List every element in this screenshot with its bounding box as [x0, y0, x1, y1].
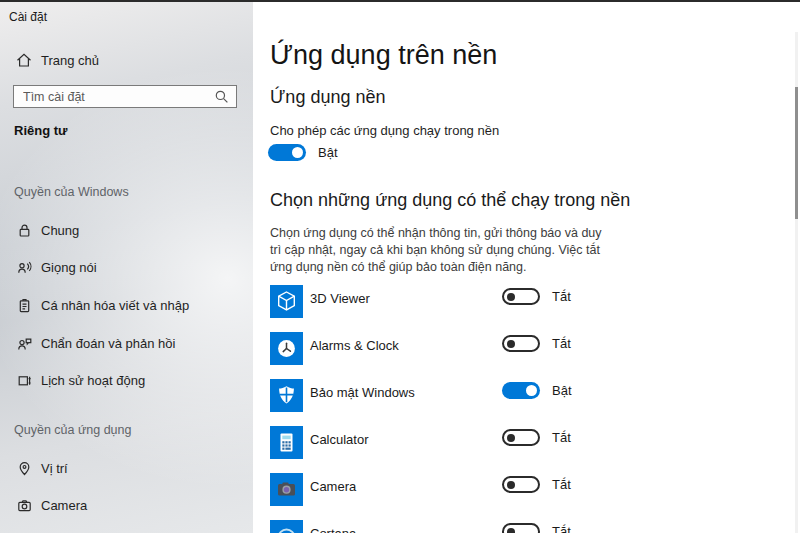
sidebar-item-home[interactable]: Trang chủ [0, 47, 253, 73]
sidebar-item-speech[interactable]: Giọng nói [0, 254, 253, 280]
home-icon [15, 51, 33, 69]
sidebar-item-label: Chẩn đoán và phản hồi [41, 336, 175, 351]
app-toggle[interactable] [502, 476, 540, 493]
windows-security-icon [270, 379, 303, 412]
sidebar-item-label: Chung [41, 223, 79, 238]
sidebar-item-label: Lịch sử hoạt động [41, 373, 145, 388]
app-name: Calculator [310, 432, 369, 447]
allow-background-apps-label: Cho phép các ứng dụng chạy trong nền [270, 123, 499, 138]
sidebar-item-location[interactable]: Vị trí [0, 455, 253, 481]
location-icon [15, 459, 33, 477]
app-row: Bảo mật Windows Bật [270, 379, 790, 426]
app-name: Cortana [310, 526, 356, 533]
allow-background-apps-toggle[interactable] [268, 144, 306, 161]
search-box[interactable] [13, 85, 237, 108]
app-toggle-state: Bật [552, 383, 572, 398]
app-toggle[interactable] [502, 335, 540, 352]
app-toggle[interactable] [502, 382, 540, 399]
app-row: Alarms & Clock Tắt [270, 332, 790, 379]
feedback-icon [15, 334, 33, 352]
app-toggle[interactable] [502, 288, 540, 305]
sidebar-item-label: Camera [41, 498, 87, 513]
choose-apps-description: Chọn ứng dụng có thể nhận thông tin, gửi… [270, 225, 612, 276]
sidebar-section-header-windows-permissions: Quyền của Windows [14, 185, 129, 199]
app-toggle-state: Tắt [552, 430, 571, 445]
app-list: 3D Viewer Tắt Alarms & Clock [270, 285, 790, 533]
app-row: 3D Viewer Tắt [270, 285, 790, 332]
sidebar-item-label: Trang chủ [41, 53, 99, 68]
app-toggle[interactable] [502, 429, 540, 446]
camera-icon [15, 496, 33, 514]
app-name: Alarms & Clock [310, 338, 399, 353]
calculator-icon [270, 426, 303, 459]
inking-icon [15, 296, 33, 314]
app-name: Camera [310, 479, 356, 494]
settings-window: Cài đặt Trang chủ Riêng tư Quyền của Win… [0, 0, 800, 533]
speech-icon [15, 258, 33, 276]
sidebar-item-camera[interactable]: Camera [0, 492, 253, 518]
main-content: Ứng dụng trên nền Ứng dụng nền Cho phép … [253, 4, 800, 533]
app-name: Bảo mật Windows [310, 385, 415, 400]
lock-icon [15, 221, 33, 239]
activity-history-icon [15, 371, 33, 389]
camera-app-icon [270, 473, 303, 506]
sidebar-section-header-app-permissions: Quyền của ứng dụng [14, 423, 131, 437]
sidebar-category: Riêng tư [14, 123, 67, 138]
app-toggle[interactable] [502, 523, 540, 533]
app-toggle-state: Tắt [552, 336, 571, 351]
app-toggle-state: Tắt [552, 524, 571, 533]
sidebar-item-label: Giọng nói [41, 260, 97, 275]
app-row: Cortana Tắt [270, 520, 790, 533]
sidebar-item-general[interactable]: Chung [0, 217, 253, 243]
sidebar-item-inking-typing[interactable]: Cá nhân hóa viết và nhập [0, 292, 253, 318]
choose-apps-heading: Chọn những ứng dụng có thể chạy trong nề… [270, 190, 630, 211]
window-title: Cài đặt [9, 10, 47, 24]
scrollbar-thumb[interactable] [795, 87, 798, 219]
page-title: Ứng dụng trên nền [270, 40, 497, 71]
app-row: Camera Tắt [270, 473, 790, 520]
sidebar-item-label: Cá nhân hóa viết và nhập [41, 298, 189, 313]
app-row: Calculator Tắt [270, 426, 790, 473]
app-toggle-state: Tắt [552, 477, 571, 492]
toggle-state-label: Bật [318, 145, 338, 160]
sidebar-item-label: Vị trí [41, 461, 68, 476]
search-icon[interactable] [214, 89, 229, 104]
sidebar: Cài đặt Trang chủ Riêng tư Quyền của Win… [0, 2, 253, 533]
cortana-icon [270, 520, 303, 533]
app-toggle-state: Tắt [552, 289, 571, 304]
sidebar-item-activity-history[interactable]: Lịch sử hoạt động [0, 367, 253, 393]
background-apps-heading: Ứng dụng nền [270, 87, 385, 108]
sidebar-item-diagnostics-feedback[interactable]: Chẩn đoán và phản hồi [0, 330, 253, 356]
app-name: 3D Viewer [310, 291, 370, 306]
search-input[interactable] [14, 90, 214, 104]
alarms-clock-icon [270, 332, 303, 365]
3d-viewer-icon [270, 285, 303, 318]
